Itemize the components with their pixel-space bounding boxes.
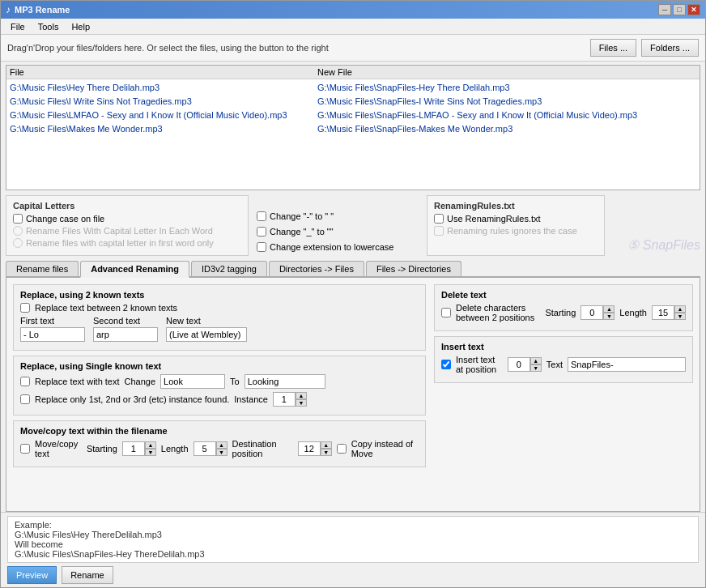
delete-length-up[interactable]: ▲ <box>674 305 686 313</box>
instance-down-btn[interactable]: ▼ <box>296 399 307 407</box>
drag-drop-label: Drag'n'Drop your files/folders here. Or … <box>7 43 585 53</box>
tab-rename-files[interactable]: Rename files <box>6 261 79 276</box>
change-input[interactable] <box>160 374 225 389</box>
first-text-input[interactable] <box>20 327 85 342</box>
replace-2-title: Replace, using 2 known texts <box>20 290 419 300</box>
replace-text-label: Replace text with text <box>35 377 120 386</box>
new-file-col: G:\Music Files\SnapFiles-Hey There Delil… <box>317 81 696 95</box>
length-down-btn[interactable]: ▼ <box>216 449 228 456</box>
bottom-area: Example: G:\Music Files\Hey ThereDelilah… <box>1 512 705 587</box>
move-copy-checkbox[interactable] <box>20 444 30 454</box>
replace-between-label: Replace text between 2 known texts <box>35 303 177 313</box>
tab-files-directories[interactable]: Files -> Directories <box>366 261 461 276</box>
use-renaming-checkbox[interactable] <box>434 214 444 224</box>
maximize-button[interactable]: □ <box>673 4 686 15</box>
file-list-area: File New File G:\Music Files\Hey There D… <box>6 65 700 190</box>
renaming-rules-title: RenamingRules.txt <box>434 201 598 211</box>
menu-tools[interactable]: Tools <box>32 21 66 32</box>
replace-2-checkbox-row: Replace text between 2 known texts <box>20 303 419 313</box>
capital-letters-title: Capital Letters <box>13 201 241 211</box>
insert-checkbox[interactable] <box>441 360 451 369</box>
tab-directories-files[interactable]: Directories -> Files <box>269 261 364 276</box>
table-row[interactable]: G:\Music Files\Hey There Delilah.mp3 G:\… <box>10 81 696 95</box>
starting-value[interactable] <box>122 441 145 456</box>
change-label: Change <box>125 377 156 386</box>
delete-starting-down[interactable]: ▼ <box>603 313 615 320</box>
delete-starting-label: Starting <box>545 308 576 317</box>
toolbar: Drag'n'Drop your files/folders here. Or … <box>1 35 705 62</box>
insert-text-input[interactable] <box>568 357 686 372</box>
tab-id3v2-tagging[interactable]: ID3v2 tagging <box>191 261 267 276</box>
rename-each-label: Rename Files With Capital Letter In Each… <box>26 226 213 236</box>
replace-2-inputs-row: First text Second text New text <box>20 316 419 342</box>
second-text-input[interactable] <box>93 327 158 342</box>
table-row[interactable]: G:\Music Files\Makes Me Wonder.mp3 G:\Mu… <box>10 122 696 136</box>
move-copy-title: Move/copy text within the filename <box>20 426 419 436</box>
delete-checkbox[interactable] <box>441 308 451 317</box>
instance-label: Replace only 1st, 2nd or 3rd (etc) insta… <box>35 394 229 404</box>
starting-spinner-btns: ▲ ▼ <box>145 441 156 456</box>
length-value[interactable] <box>194 441 216 456</box>
insert-pos-up[interactable]: ▲ <box>530 357 542 364</box>
watermark: ⑤ SnapFiles <box>627 237 700 253</box>
minimize-button[interactable]: ─ <box>658 4 671 15</box>
insert-row: Insert text at position ▲ ▼ Text <box>441 355 686 374</box>
change-case-checkbox[interactable] <box>13 214 23 224</box>
starting-label: Starting <box>87 444 117 454</box>
menu-file[interactable]: File <box>4 21 32 32</box>
insert-pos-down[interactable]: ▼ <box>530 364 542 372</box>
options-area: Capital Letters Change case on file Rena… <box>6 195 700 256</box>
table-row[interactable]: G:\Music Files\I Write Sins Not Tragedie… <box>10 95 696 109</box>
ignores-case-label: Renaming rules ignores the case <box>447 226 577 236</box>
second-text-label: Second text <box>93 316 158 326</box>
files-button[interactable]: Files ... <box>590 39 636 57</box>
menu-help[interactable]: Help <box>65 21 96 32</box>
change-ext-checkbox[interactable] <box>257 242 266 252</box>
change-underscore-row: Change "_" to "" <box>257 227 419 236</box>
delete-length-value[interactable] <box>652 305 674 320</box>
length-up-btn[interactable]: ▲ <box>216 441 228 449</box>
example-box: Example: G:\Music Files\Hey ThereDelilah… <box>7 516 699 563</box>
change-dash-checkbox[interactable] <box>257 211 266 221</box>
col-newfile-header: New File <box>317 67 696 77</box>
replace-text-checkbox[interactable] <box>20 377 30 386</box>
insert-position-value[interactable] <box>508 357 530 372</box>
delete-starting-up[interactable]: ▲ <box>603 305 615 313</box>
rename-button[interactable]: Rename <box>62 566 113 584</box>
dest-spinner-btns: ▲ ▼ <box>321 441 332 456</box>
new-text-group: New text <box>166 316 247 342</box>
starting-down-btn[interactable]: ▼ <box>145 449 156 456</box>
folders-button[interactable]: Folders ... <box>641 39 699 57</box>
delete-length-down[interactable]: ▼ <box>674 313 686 320</box>
delete-starting-value[interactable] <box>581 305 603 320</box>
new-text-input[interactable] <box>166 327 247 342</box>
example-label: Example: <box>15 520 691 530</box>
preview-button[interactable]: Preview <box>7 566 57 584</box>
instance-value[interactable] <box>273 392 296 407</box>
ignores-case-checkbox[interactable] <box>434 226 444 236</box>
window-title: MP3 Rename <box>15 5 658 15</box>
insert-pos-spinner: ▲ ▼ <box>508 357 542 372</box>
table-row[interactable]: G:\Music Files\LMFAO - Sexy and I Know I… <box>10 109 696 122</box>
instance-checkbox[interactable] <box>20 394 30 404</box>
change-underscore-checkbox[interactable] <box>257 227 266 236</box>
rename-first-row: Rename files with capital letter in firs… <box>13 238 241 248</box>
replace-between-checkbox[interactable] <box>20 303 30 313</box>
middle-options: Change "-" to " " Change "_" to "" Chang… <box>257 195 419 256</box>
first-text-label: First text <box>20 316 85 326</box>
tab-advanced-renaming[interactable]: Advanced Renaming <box>80 261 189 278</box>
to-input[interactable] <box>245 374 325 389</box>
close-button[interactable]: ✕ <box>687 4 700 15</box>
change-ext-row: Change extension to lowercase <box>257 242 419 252</box>
dest-up-btn[interactable]: ▲ <box>321 441 332 449</box>
insert-pos-btns: ▲ ▼ <box>530 357 542 372</box>
capital-letters-box: Capital Letters Change case on file Rena… <box>6 195 249 256</box>
dest-down-btn[interactable]: ▼ <box>321 449 332 456</box>
starting-up-btn[interactable]: ▲ <box>145 441 156 449</box>
dest-value[interactable] <box>298 441 321 456</box>
rename-first-radio[interactable] <box>13 238 23 248</box>
copy-instead-checkbox[interactable] <box>337 444 347 454</box>
rename-each-radio[interactable] <box>13 226 23 236</box>
instance-up-btn[interactable]: ▲ <box>296 392 307 399</box>
rename-first-label: Rename files with capital letter in firs… <box>26 238 214 248</box>
